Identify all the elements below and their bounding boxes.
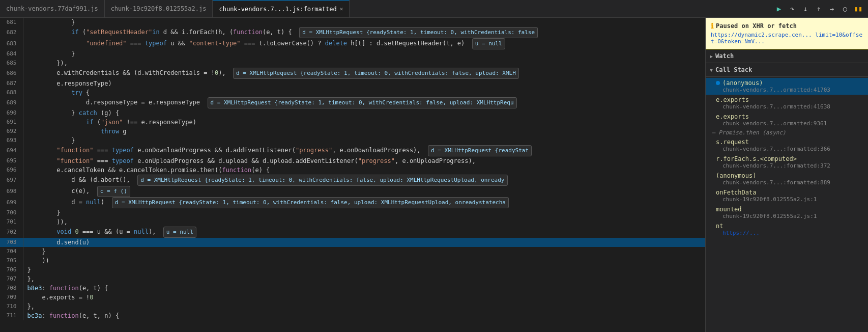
stack-location: chunk-vendors.7...:formatted:366 [716, 146, 862, 152]
table-row: 682 if ("setRequestHeader"in d && i.forE… [0, 27, 705, 38]
table-row: 695 "function" === typeof e.onUploadProg… [0, 156, 705, 165]
deactivate-breakpoints-button[interactable]: ○ [840, 3, 851, 14]
table-row: 705 )) [0, 256, 705, 265]
table-row: 701 )), [0, 217, 705, 227]
tab-chunk-vendors-7-formatted[interactable]: chunk-vendors.7...1.js:formatted ✕ [213, 0, 350, 17]
stack-fn-name: e.exports [716, 96, 862, 103]
table-row: 707 }, [0, 274, 705, 284]
pause-title-text: Paused on XHR or fetch [716, 22, 797, 30]
table-row: 688 try { [0, 88, 705, 97]
table-row: 702 void 0 === u && (u = null), u = null [0, 227, 705, 238]
table-row: 681 } [0, 18, 705, 27]
debug-toolbar: ▶ ↷ ↓ ↑ → ○ ▮▮ [773, 3, 868, 14]
active-frame-dot [716, 81, 720, 85]
stack-item-exports-2[interactable]: e.exports chunk-vendors.7...ormatted:936… [706, 112, 868, 128]
stack-fn-label: onFetchData [716, 189, 756, 196]
pause-on-exception-button[interactable]: ▮▮ [853, 3, 864, 14]
table-row: 709 e.exports = !0 [0, 293, 705, 302]
tab-chunk-vendors-77[interactable]: chunk-vendors.77daf991.js [0, 0, 105, 17]
table-row: 706 } [0, 265, 705, 274]
stack-fn-label: s.request [716, 139, 749, 146]
call-stack-section-header[interactable]: ▼ Call Stack [706, 63, 868, 77]
table-row: 685 }), [0, 59, 705, 68]
stack-fn-name: e.exports [716, 113, 862, 120]
watch-section-header[interactable]: ▶ Watch [706, 49, 868, 63]
table-row: 691 if ("json" !== e.responseType) [0, 118, 705, 127]
tab-chunk-19c920[interactable]: chunk-19c920f8.012555a2.js [105, 0, 213, 17]
table-row: 684 } [0, 49, 705, 59]
call-stack-list: (anonymous) chunk-vendors.7...ormatted:4… [706, 77, 868, 332]
stack-item-foreach-computed[interactable]: r.forEach.s.<computed> chunk-vendors.7..… [706, 154, 868, 171]
stack-location: chunk-19c920f8.012555a2.js:1 [716, 196, 862, 203]
chevron-down-icon: ▼ [710, 67, 713, 73]
stack-item-srequest[interactable]: s.request chunk-vendors.7...:formatted:3… [706, 137, 868, 154]
stack-fn-label: nt [716, 223, 723, 230]
tabs-bar: chunk-vendors.77daf991.js chunk-19c920f8… [0, 0, 868, 18]
stack-fn-label: (anonymous) [722, 79, 763, 87]
table-row: 708 b8e3: function(e, t) { [0, 284, 705, 293]
table-row: 690 } catch (g) { [0, 108, 705, 118]
stack-location: chunk-19c920f8.012555a2.js:1 [716, 213, 862, 219]
pause-url: https://dynamic2.scrape.cen... limit=10&… [711, 32, 863, 45]
chevron-right-icon: ▶ [710, 53, 713, 59]
stack-fn-name: (anonymous) [716, 172, 862, 179]
table-row: 697 d && (d.abort(), d = XMLHttpRequest … [0, 175, 705, 186]
table-row: 689 d.responseType = e.responseType d = … [0, 97, 705, 108]
stack-fn-label: (anonymous) [716, 172, 756, 179]
right-panel: ℹ Paused on XHR or fetch https://dynamic… [705, 18, 868, 332]
main-area: 681 } 682 if ("setRequestHeader"in d && … [0, 18, 868, 332]
stack-fn-name: r.forEach.s.<computed> [716, 155, 862, 162]
stack-item-anonymous-1[interactable]: (anonymous) chunk-vendors.7...ormatted:4… [706, 78, 868, 95]
stack-item-mounted[interactable]: mounted chunk-19c920f8.012555a2.js:1 [706, 204, 868, 221]
code-editor[interactable]: 681 } 682 if ("setRequestHeader"in d && … [0, 18, 705, 332]
table-row: 686 e.withCredentials && (d.withCredenti… [0, 68, 705, 79]
table-row: 683 "undefined" === typeof u && "content… [0, 38, 705, 49]
table-row: 693 } [0, 136, 705, 145]
current-line: 703 d.send(u) [0, 238, 705, 247]
stack-location: chunk-vendors.7...:formatted:372 [716, 162, 862, 169]
stack-item-nt[interactable]: nt https://... [706, 221, 868, 238]
async-divider: — Promise.then (async) [706, 128, 868, 137]
stack-location: chunk-vendors.7...ormatted:41638 [716, 103, 862, 110]
stack-fn-label: mounted [716, 206, 742, 213]
table-row: 700 } [0, 208, 705, 217]
tab-label: chunk-vendors.77daf991.js [6, 5, 98, 12]
pause-title: ℹ Paused on XHR or fetch [711, 22, 863, 30]
resume-button[interactable]: ▶ [773, 3, 785, 14]
table-row: 711 bc3a: function(e, t, n) { [0, 311, 705, 320]
step-button[interactable]: → [826, 3, 837, 14]
stack-fn-name: mounted [716, 206, 862, 213]
step-over-button[interactable]: ↷ [787, 3, 798, 14]
table-row: 698 c(e), c = f () [0, 186, 705, 197]
code-table: 681 } 682 if ("setRequestHeader"in d && … [0, 18, 705, 320]
stack-item-onfetchdata[interactable]: onFetchData chunk-19c920f8.012555a2.js:1 [706, 187, 868, 204]
table-row: 710 }, [0, 302, 705, 311]
step-out-button[interactable]: ↑ [813, 3, 824, 14]
watch-label: Watch [715, 52, 734, 60]
call-stack-label: Call Stack [715, 66, 752, 73]
stack-fn-label: e.exports [716, 96, 749, 103]
table-row: 687 e.responseType) [0, 79, 705, 88]
table-row: 692 throw g [0, 127, 705, 136]
stack-location: chunk-vendors.7...ormatted:9361 [716, 120, 862, 127]
stack-item-anonymous-2[interactable]: (anonymous) chunk-vendors.7...:formatted… [706, 171, 868, 187]
stack-fn-name: onFetchData [716, 189, 862, 196]
close-icon[interactable]: ✕ [340, 6, 343, 12]
stack-fn-name: nt [716, 223, 862, 230]
stack-location: https://... [716, 230, 862, 236]
stack-location: chunk-vendors.7...ormatted:41703 [716, 87, 862, 93]
stack-location: chunk-vendors.7...:formatted:889 [716, 179, 862, 186]
step-into-button[interactable]: ↓ [800, 3, 811, 14]
pause-banner: ℹ Paused on XHR or fetch https://dynamic… [706, 18, 868, 49]
table-row: 694 "function" === typeof e.onDownloadPr… [0, 145, 705, 156]
stack-fn-name: s.request [716, 139, 862, 146]
stack-item-exports-1[interactable]: e.exports chunk-vendors.7...ormatted:416… [706, 95, 868, 112]
info-icon: ℹ [711, 22, 713, 30]
tab-label: chunk-vendors.7...1.js:formatted [219, 6, 336, 13]
table-row: 696 e.cancelToken && e.cancelToken.promi… [0, 165, 705, 175]
stack-fn-name: (anonymous) [716, 79, 862, 87]
stack-fn-label: e.exports [716, 113, 749, 120]
table-row: 704 } [0, 247, 705, 256]
tab-label: chunk-19c920f8.012555a2.js [111, 5, 207, 12]
table-row: 699 d = null) d = XMLHttpRequest {readyS… [0, 197, 705, 208]
